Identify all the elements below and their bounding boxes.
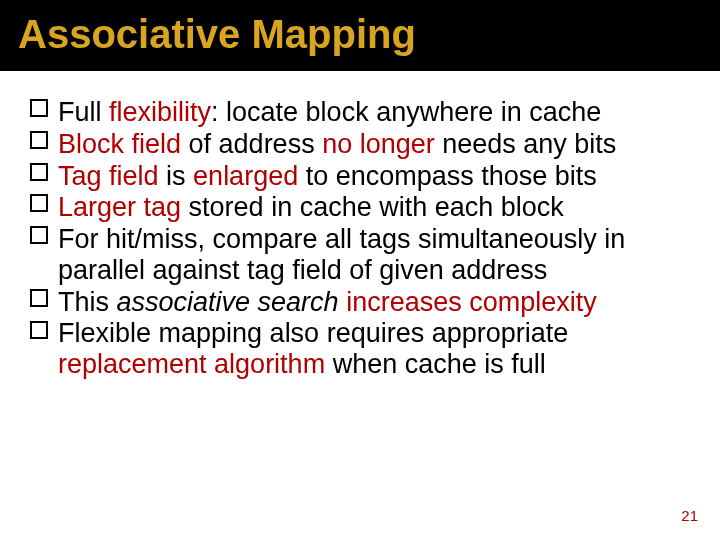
- bullet-text: Larger tag stored in cache with each blo…: [58, 192, 564, 222]
- text-run-emphasis: flexibility: [109, 97, 211, 127]
- text-run: is: [159, 161, 194, 191]
- text-run-emphasis: increases complexity: [339, 287, 597, 317]
- bullet-item: Full flexibility: locate block anywhere …: [30, 97, 690, 128]
- bullet-item: Block field of address no longer needs a…: [30, 129, 690, 160]
- square-bullet-icon: [30, 163, 48, 181]
- square-bullet-icon: [30, 131, 48, 149]
- text-run: of address: [181, 129, 322, 159]
- text-run: Full: [58, 97, 109, 127]
- bullet-item: Flexible mapping also requires appropria…: [30, 318, 690, 380]
- square-bullet-icon: [30, 321, 48, 339]
- text-run: This: [58, 287, 117, 317]
- square-bullet-icon: [30, 226, 48, 244]
- bullet-text: Flexible mapping also requires appropria…: [58, 318, 568, 379]
- text-run-emphasis: no longer: [322, 129, 435, 159]
- slide: Associative Mapping Full flexibility: lo…: [0, 0, 720, 540]
- text-run: : locate block anywhere in cache: [211, 97, 601, 127]
- text-run: needs any bits: [435, 129, 617, 159]
- text-run-italic: associative search: [117, 287, 339, 317]
- text-run: Flexible mapping also requires appropria…: [58, 318, 568, 348]
- bullet-text: For hit/miss, compare all tags simultane…: [58, 224, 625, 285]
- slide-body: Full flexibility: locate block anywhere …: [0, 71, 720, 380]
- slide-title: Associative Mapping: [18, 12, 702, 57]
- text-run: stored in cache with each block: [181, 192, 564, 222]
- text-run-emphasis: replacement algorithm: [58, 349, 325, 379]
- page-number: 21: [681, 507, 698, 524]
- square-bullet-icon: [30, 99, 48, 117]
- bullet-text: Block field of address no longer needs a…: [58, 129, 616, 159]
- text-run-emphasis: Larger tag: [58, 192, 181, 222]
- text-run-emphasis: enlarged: [193, 161, 298, 191]
- text-run-emphasis: Tag field: [58, 161, 159, 191]
- text-run: to encompass those bits: [298, 161, 597, 191]
- text-run: when cache is full: [325, 349, 546, 379]
- bullet-text: Full flexibility: locate block anywhere …: [58, 97, 601, 127]
- title-bar: Associative Mapping: [0, 0, 720, 71]
- square-bullet-icon: [30, 289, 48, 307]
- bullet-text: Tag field is enlarged to encompass those…: [58, 161, 597, 191]
- bullet-item: Larger tag stored in cache with each blo…: [30, 192, 690, 223]
- bullet-item: Tag field is enlarged to encompass those…: [30, 161, 690, 192]
- bullet-item: For hit/miss, compare all tags simultane…: [30, 224, 690, 286]
- bullet-item: This associative search increases comple…: [30, 287, 690, 318]
- text-run-emphasis: Block field: [58, 129, 181, 159]
- square-bullet-icon: [30, 194, 48, 212]
- bullet-text: This associative search increases comple…: [58, 287, 597, 317]
